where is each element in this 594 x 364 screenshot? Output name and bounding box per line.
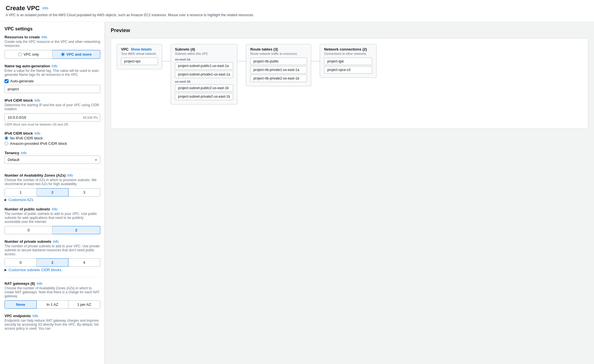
name-tag-label: Name tag auto-generation Info: [5, 64, 100, 68]
amazon-ipv6-option[interactable]: Amazon-provided IPv6 CIDR block: [5, 141, 100, 146]
rtb-public: project-rtb-public: [250, 58, 307, 65]
network-connections-title: Network connections (2): [324, 47, 372, 51]
ipv6-info-link[interactable]: Info: [35, 131, 40, 135]
vpc-and-more-option[interactable]: VPC and more: [53, 50, 100, 59]
az-info-link[interactable]: Info: [67, 173, 73, 177]
preview-panel: Preview VPC Show details Your AWS virtua…: [105, 22, 594, 364]
resources-desc: Create only the VPC resource or the VPC …: [5, 40, 100, 48]
private-subnets-option-4[interactable]: 4: [68, 258, 100, 267]
route-tables-box: Route tables (3) Route network traffic t…: [246, 44, 311, 86]
private-subnets-info-link[interactable]: Info: [53, 240, 59, 244]
nat-1az-option[interactable]: In 1 AZ: [37, 300, 68, 309]
vpc-only-option[interactable]: VPC only: [5, 50, 53, 59]
spacer-3: [311, 44, 320, 61]
nat-gateways-label: NAT gateways ($) Info: [5, 281, 100, 286]
private-subnets-option-2[interactable]: 2: [37, 258, 68, 267]
customize-subnets[interactable]: ▶ Customize subnets CIDR blocks: [5, 268, 100, 272]
vpc-resource-project-vpc: project-vpc: [121, 58, 158, 65]
amazon-ipv6-label: Amazon-provided IPv6 CIDR block: [10, 141, 67, 146]
subnets-box-subtitle: Subnets within this VPC: [175, 52, 233, 55]
name-tag-info-link[interactable]: Info: [52, 64, 57, 68]
vpc-and-more-radio[interactable]: [61, 53, 65, 56]
public-subnets-desc: The number of public subnets to add to y…: [5, 212, 100, 224]
rtb-private2: project-rtb-private2-us-east-1b: [250, 75, 307, 82]
az-group: Number of Availability Zones (AZs) Info …: [5, 173, 100, 202]
az-desc: Choose the number of AZs in which to pro…: [5, 178, 100, 186]
customize-azs-arrow: ▶: [5, 198, 7, 201]
name-tag-input[interactable]: [5, 85, 100, 93]
auto-generate-row: Auto-generate: [5, 79, 100, 83]
private-subnets-option-0[interactable]: 0: [5, 258, 37, 267]
auto-generate-label: Auto-generate: [10, 79, 34, 83]
preview-canvas: VPC Show details Your AWS virtual networ…: [111, 38, 588, 129]
ipv4-cidr-group: IPv4 CIDR block Info Determine the start…: [5, 98, 100, 126]
nat-gateways-group: NAT gateways ($) Info Choose the number …: [5, 281, 100, 309]
tenancy-group: Tenancy Info Default Dedicated Host: [5, 151, 100, 164]
az-option-2[interactable]: 2: [37, 188, 68, 196]
settings-panel: VPC settings Resources to create Info Cr…: [0, 22, 105, 364]
public-subnets-group: Number of public subnets Info The number…: [5, 207, 100, 234]
no-ipv6-radio[interactable]: [5, 136, 8, 140]
no-ipv6-label: No IPv6 CIDR block: [10, 136, 43, 140]
ipv4-desc: Determine the starting IP and the size o…: [5, 103, 100, 111]
ipv4-info-link[interactable]: Info: [35, 99, 40, 102]
private-subnets-group: Number of private subnets Info The numbe…: [5, 239, 100, 272]
public-subnets-label: Number of public subnets Info: [5, 207, 100, 211]
network-connections-column: Network connections (2) Connections to o…: [320, 44, 377, 78]
nat-none-option[interactable]: None: [5, 300, 37, 309]
divider-1: [5, 169, 100, 169]
vpc-endpoints-label: VPC endpoints Info: [5, 314, 100, 318]
name-tag-group: Name tag auto-generation Info Enter a va…: [5, 64, 100, 93]
tenancy-info-link[interactable]: Info: [21, 151, 27, 155]
resources-to-create-group: Resources to create Info Create only the…: [5, 35, 100, 59]
vpc-column: VPC Show details Your AWS virtual networ…: [117, 44, 162, 69]
amazon-ipv6-radio[interactable]: [5, 142, 8, 145]
subnets-box-title: Subnets (4): [175, 47, 233, 51]
subnet-private2: project-subnet-private2-us-east-1b: [175, 93, 233, 100]
nat-gateways-info-link[interactable]: Info: [37, 282, 42, 286]
vpc-box-title: VPC Show details: [121, 47, 158, 51]
resources-label: Resources to create Info: [5, 35, 100, 39]
tenancy-select[interactable]: Default Dedicated Host: [5, 156, 100, 164]
no-ipv6-option[interactable]: No IPv6 CIDR block: [5, 136, 100, 140]
name-tag-desc: Enter a value for the Name tag. This val…: [5, 69, 100, 77]
subnet-private1: project-subnet-private1-us-east-1a: [175, 71, 233, 78]
ipv4-cidr-label: IPv4 CIDR block Info: [5, 98, 100, 102]
customize-subnets-arrow: ▶: [5, 268, 7, 271]
cidr-hint: CIDR block size must be between /16 and …: [5, 123, 100, 126]
vpc-box-subtitle: Your AWS virtual network: [121, 52, 158, 55]
ipv6-cidr-group: IPv6 CIDR block Info No IPv6 CIDR block …: [5, 131, 100, 146]
divider-2: [5, 277, 100, 277]
az-btn-group: 1 2 3: [5, 188, 100, 196]
vpc-endpoints-desc: Endpoints can help reduce NAT gateway ch…: [5, 319, 100, 330]
network-connections-subtitle: Connections to other networks: [324, 52, 372, 55]
tenancy-select-wrapper: Default Dedicated Host: [5, 156, 100, 164]
public-subnets-btn-group: 0 2: [5, 226, 100, 234]
nat-gateways-desc: Choose the number of Availability Zones …: [5, 286, 100, 298]
nat-per-az-option[interactable]: 1 per AZ: [68, 300, 100, 309]
header-info-link[interactable]: Info: [43, 6, 48, 10]
vpc-and-more-label: VPC and more: [66, 52, 92, 57]
vpc-only-radio[interactable]: [18, 53, 22, 56]
public-subnets-option-0[interactable]: 0: [5, 226, 53, 234]
vpc-box: VPC Show details Your AWS virtual networ…: [117, 44, 162, 69]
resources-options: VPC only VPC and more: [5, 50, 100, 59]
public-subnets-info-link[interactable]: Info: [52, 207, 57, 211]
zone-us-east-1b-label: us-east-1b: [175, 80, 233, 83]
customize-azs[interactable]: ▶ Customize AZs: [5, 198, 100, 202]
network-connections-box: Network connections (2) Connections to o…: [320, 44, 377, 78]
vpc-endpoints-info-link[interactable]: Info: [32, 314, 38, 318]
resources-info-link[interactable]: Info: [41, 35, 47, 39]
auto-generate-checkbox[interactable]: [5, 79, 9, 83]
public-subnets-option-2[interactable]: 2: [53, 226, 100, 234]
private-subnets-desc: The number of private subnets to add to …: [5, 244, 100, 256]
page-description: A VPC is an isolated portion of the AWS …: [6, 13, 588, 17]
zone-us-east-1a-label: us-east-1a: [175, 58, 233, 61]
vpc-only-label: VPC only: [24, 52, 39, 57]
spacer-2: [237, 44, 246, 61]
az-option-1[interactable]: 1: [5, 188, 37, 196]
private-subnets-btn-group: 0 2 4: [5, 258, 100, 267]
az-option-3[interactable]: 3: [68, 188, 100, 196]
vpc-show-details[interactable]: Show details: [131, 47, 152, 51]
private-subnets-label: Number of private subnets Info: [5, 239, 100, 244]
